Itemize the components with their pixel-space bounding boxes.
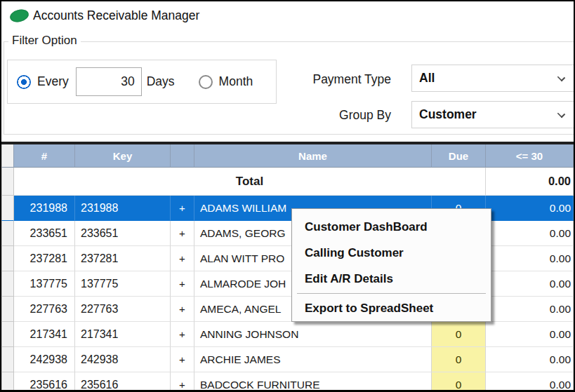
menu-item[interactable]: Edit A/R Details (292, 266, 491, 292)
column-header-expander[interactable] (171, 144, 194, 168)
row-selector-cell[interactable] (1, 221, 14, 246)
total-le30-value: 0.00 (486, 168, 574, 196)
expander-plus-icon[interactable]: + (171, 221, 194, 246)
column-header-key[interactable]: Key (75, 144, 171, 168)
cell-key: 231988 (75, 196, 171, 221)
cell-le30: 0.00 (486, 271, 574, 297)
cell-due: 0 (432, 347, 486, 372)
column-header-num[interactable]: # (14, 144, 75, 168)
payment-type-value: All (419, 71, 435, 86)
cell-le30: 0.00 (486, 246, 574, 271)
cell-due: 0 (432, 322, 486, 347)
header-selector-cell (1, 144, 14, 168)
cell-num: 227763 (14, 297, 75, 322)
cell-key: 217341 (75, 322, 171, 347)
cell-le30: 0.00 (486, 322, 574, 347)
cell-due: 0 (432, 372, 486, 390)
cell-num: 217341 (14, 322, 75, 347)
table-row[interactable]: 235616235616+BADCOCK FURNITURE00.00 (1, 372, 574, 390)
expander-plus-icon[interactable]: + (171, 297, 194, 322)
menu-item[interactable]: Calling Customer (292, 240, 491, 266)
table-row[interactable]: 217341217341+ANNING JOHNSON00.00 (1, 322, 574, 347)
every-label: Every (37, 74, 69, 89)
cell-key: 242938 (75, 347, 171, 372)
column-header-due[interactable]: Due (432, 144, 486, 168)
payment-type-label: Payment Type (289, 72, 391, 87)
group-by-label: Group By (289, 108, 391, 123)
column-header-name[interactable]: Name (194, 144, 432, 168)
menu-separator (297, 293, 486, 294)
days-count-input[interactable] (76, 67, 142, 96)
context-menu: Customer DashBoardCalling CustomerEdit A… (291, 208, 491, 322)
chevron-down-icon (557, 74, 565, 81)
cell-num: 231988 (14, 196, 75, 221)
cell-le30: 0.00 (486, 347, 574, 372)
expander-plus-icon[interactable]: + (171, 196, 194, 221)
expander-plus-icon[interactable]: + (171, 322, 194, 347)
group-by-select[interactable]: Customer (411, 101, 574, 128)
window-title: Accounts Receivable Manager (33, 8, 199, 23)
total-row: Total 0.00 (1, 168, 574, 196)
accounts-receivable-window: Accounts Receivable Manager Filter Optio… (0, 0, 575, 392)
row-selector-cell[interactable] (1, 347, 14, 372)
grid-header-row: # Key Name Due <= 30 (1, 144, 574, 168)
cell-num: 237281 (14, 246, 75, 271)
cell-key: 137775 (75, 271, 171, 297)
app-leaf-icon (8, 8, 29, 24)
row-selector-cell[interactable] (1, 322, 14, 347)
table-row[interactable]: 242938242938+ARCHIE JAMES00.00 (1, 347, 574, 372)
group-by-value: Customer (419, 107, 477, 122)
cell-num: 242938 (14, 347, 75, 372)
cell-name: ANNING JOHNSON (194, 322, 432, 347)
row-selector-cell[interactable] (1, 246, 14, 271)
total-selector-cell (1, 168, 14, 196)
expander-plus-icon[interactable]: + (171, 246, 194, 271)
cell-key: 227763 (75, 297, 171, 322)
cell-key: 237281 (75, 246, 171, 271)
row-selector-cell[interactable] (1, 297, 14, 322)
filter-option-label: Filter Option (8, 34, 81, 48)
cell-key: 235616 (75, 372, 171, 390)
chevron-down-icon (557, 110, 565, 118)
row-selector-cell[interactable] (1, 372, 14, 390)
title-bar: Accounts Receivable Manager (1, 1, 574, 29)
cell-name: ARCHIE JAMES (194, 347, 432, 372)
cell-num: 137775 (14, 271, 75, 297)
column-header-le30[interactable]: <= 30 (486, 144, 574, 168)
days-label: Days (147, 74, 175, 89)
expander-plus-icon[interactable]: + (171, 347, 194, 372)
expander-plus-icon[interactable]: + (171, 372, 194, 390)
interval-panel: Every Days Month (7, 60, 277, 104)
total-label: Total (14, 168, 486, 196)
cell-le30: 0.00 (486, 221, 574, 246)
cell-num: 233651 (14, 221, 75, 246)
cell-name: BADCOCK FURNITURE (194, 372, 432, 390)
expander-plus-icon[interactable]: + (171, 271, 194, 297)
cell-num: 235616 (14, 372, 75, 390)
month-label: Month (219, 74, 253, 89)
month-radio[interactable] (199, 75, 213, 89)
row-selector-cell[interactable] (1, 271, 14, 297)
cell-le30: 0.00 (486, 372, 574, 390)
cell-le30: 0.00 (486, 297, 574, 322)
menu-item[interactable]: Customer DashBoard (292, 214, 491, 240)
payment-type-select[interactable]: All (411, 65, 574, 92)
every-radio[interactable] (17, 75, 31, 89)
row-selector-cell[interactable] (1, 196, 14, 221)
cell-le30: 0.00 (486, 196, 574, 221)
cell-key: 233651 (75, 221, 171, 246)
menu-item[interactable]: Export to SpreadSheet (292, 295, 491, 321)
